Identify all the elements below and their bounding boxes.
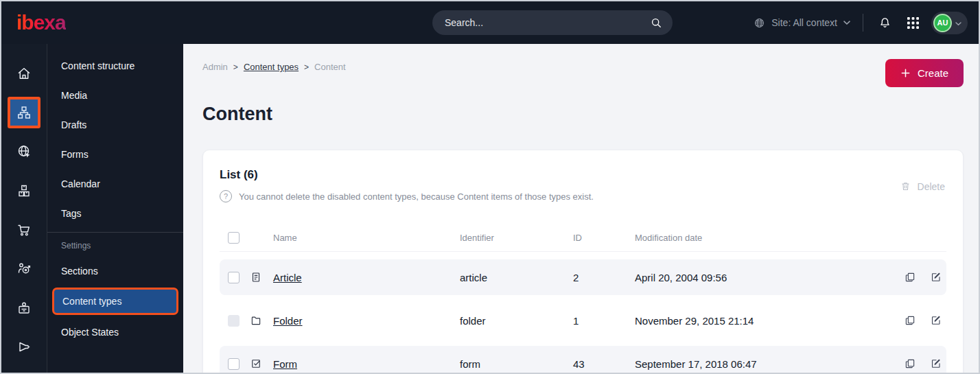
list-info-text: You cannot delete the disabled content t… [239, 191, 594, 202]
content-type-link[interactable]: Form [273, 358, 297, 370]
create-button[interactable]: Create [885, 59, 964, 87]
column-header-id: ID [573, 233, 635, 243]
sidebar-item-tags[interactable]: Tags [47, 198, 183, 228]
column-header-modification-date: Modification date [635, 233, 883, 243]
copy-icon[interactable] [904, 358, 916, 370]
sidebar-item-drafts[interactable]: Drafts [47, 110, 183, 139]
copy-icon[interactable] [904, 314, 916, 327]
sidebar-item-object-states[interactable]: Object States [47, 317, 183, 347]
search-icon[interactable] [649, 16, 663, 30]
breadcrumb-current: Content [314, 62, 346, 72]
form-icon [250, 358, 273, 370]
content-types-list-card: List (6) Delete ? You cannot delete the … [202, 150, 964, 374]
date-cell: April 20, 2004 09:56 [635, 272, 883, 283]
column-header-identifier: Identifier [460, 233, 573, 243]
content-type-link[interactable]: Folder [273, 315, 303, 327]
edit-icon[interactable] [930, 271, 942, 283]
help-icon: ? [220, 190, 232, 202]
row-checkbox[interactable] [228, 358, 240, 370]
admin-badge-icon[interactable] [1, 288, 47, 327]
breadcrumb-separator: > [304, 62, 309, 72]
sidebar-item-label: Drafts [61, 119, 86, 130]
sidebar-item-label: Content structure [61, 60, 135, 71]
id-cell: 1 [573, 315, 635, 327]
home-icon[interactable] [1, 54, 47, 93]
identifier-cell: form [460, 358, 573, 370]
sidebar-item-calendar[interactable]: Calendar [47, 169, 183, 198]
sidebar-item-label: Sections [61, 266, 98, 277]
sidebar-icon-rail [1, 44, 47, 373]
delete-button[interactable]: Delete [900, 180, 945, 192]
plus-icon [900, 68, 911, 78]
row-checkbox[interactable] [228, 272, 240, 283]
table-row: Folder folder 1 November 29, 2015 21:14 [220, 303, 946, 338]
select-all-checkbox[interactable] [228, 232, 240, 244]
table-row: Article article 2 April 20, 2004 09:56 [220, 259, 946, 295]
content-type-link[interactable]: Article [273, 272, 302, 283]
breadcrumb-content-types-link[interactable]: Content types [244, 62, 299, 72]
id-cell: 2 [573, 272, 635, 283]
site-globe-icon[interactable] [1, 132, 47, 171]
sidebar-item-label: Calendar [61, 178, 100, 189]
menu-section-settings: Settings [47, 235, 183, 256]
content-types-table: Name Identifier ID Modification date Art… [220, 224, 946, 374]
sidebar-item-label: Content types [62, 296, 121, 307]
site-context-selector[interactable]: Site: All context [753, 16, 851, 30]
site-context-label: Site: All context [771, 17, 837, 28]
id-cell: 43 [573, 358, 635, 370]
sidebar-menu: Content structure Media Drafts Forms Cal… [47, 44, 183, 373]
breadcrumb: Admin > Content types > Content [202, 59, 346, 72]
list-title: List (6) [220, 168, 946, 182]
top-bar: ibexa Site: All context [1, 1, 979, 44]
notifications-bell-icon[interactable] [875, 13, 894, 32]
table-row: Form form 43 September 17, 2018 06:47 [220, 346, 946, 374]
main-content: Admin > Content types > Content Create C… [183, 44, 979, 373]
topbar-right-cluster: Site: All context AU [753, 1, 968, 44]
apps-grid-icon[interactable] [903, 13, 922, 32]
sidebar-item-media[interactable]: Media [47, 80, 183, 110]
sidebar-item-label: Forms [61, 149, 89, 160]
product-catalog-icon[interactable] [1, 171, 47, 210]
trash-icon [900, 180, 911, 192]
table-header: Name Identifier ID Modification date [220, 224, 946, 252]
column-header-name: Name [273, 233, 460, 243]
sidebar-item-label: Object States [61, 327, 119, 338]
copy-icon[interactable] [904, 271, 916, 283]
identifier-cell: article [460, 272, 573, 283]
sidebar-item-sections[interactable]: Sections [47, 256, 183, 285]
commerce-cart-icon[interactable] [1, 210, 47, 249]
global-search[interactable] [432, 10, 673, 35]
personalization-icon[interactable] [1, 249, 47, 288]
breadcrumb-separator: > [233, 62, 238, 72]
app-window: ibexa Site: All context [0, 0, 980, 374]
ibexa-logo[interactable]: ibexa [16, 11, 66, 34]
article-icon [250, 271, 273, 283]
content-structure-icon[interactable] [1, 93, 47, 132]
breadcrumb-admin: Admin [202, 62, 228, 72]
campaign-megaphone-icon[interactable] [1, 327, 47, 366]
create-button-label: Create [918, 67, 948, 79]
sidebar-item-label: Tags [61, 208, 82, 219]
edit-icon[interactable] [930, 358, 942, 370]
site-globe-icon [753, 16, 766, 30]
sidebar-item-forms[interactable]: Forms [47, 139, 183, 169]
user-menu[interactable]: AU [931, 12, 968, 34]
search-input[interactable] [445, 17, 649, 28]
sidebar-item-content-structure[interactable]: Content structure [47, 51, 183, 80]
sidebar-item-label: Media [61, 90, 87, 101]
date-cell: September 17, 2018 06:47 [635, 358, 883, 370]
identifier-cell: folder [460, 315, 573, 327]
date-cell: November 29, 2015 21:14 [635, 315, 883, 327]
list-info: ? You cannot delete the disabled content… [220, 190, 946, 202]
active-rail-annotation [8, 97, 40, 128]
page-title: Content [202, 104, 964, 125]
menu-divider [47, 232, 183, 233]
delete-button-label: Delete [918, 181, 945, 192]
edit-icon[interactable] [930, 314, 942, 327]
chevron-down-icon [843, 20, 851, 25]
sidebar-item-content-types[interactable]: Content types [52, 288, 178, 315]
row-checkbox-disabled [228, 315, 240, 327]
chevron-down-icon [955, 16, 962, 29]
folder-icon [250, 314, 273, 327]
avatar: AU [933, 14, 952, 32]
